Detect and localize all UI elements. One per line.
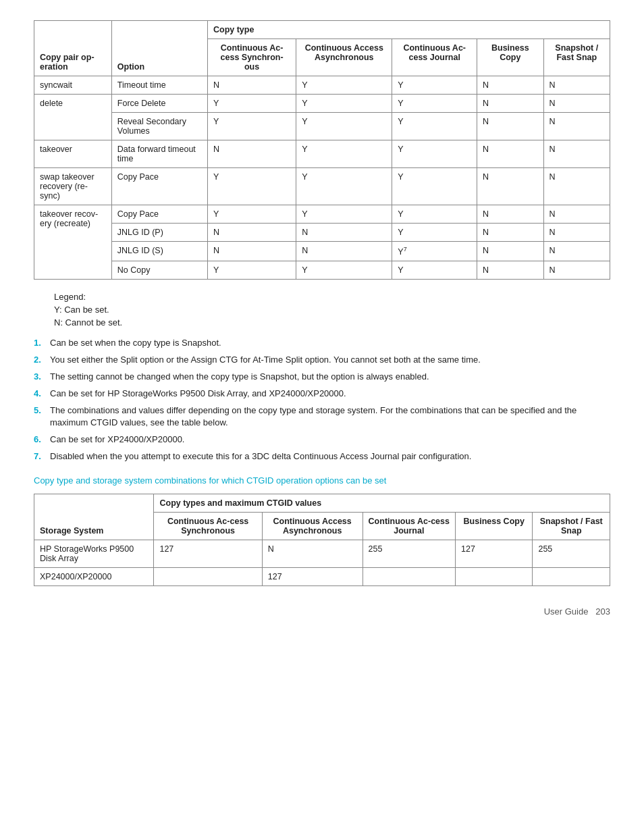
table-row: 255 [363, 540, 455, 567]
list-item: 5.The combinations and values differ dep… [34, 405, 610, 430]
list-item: 6.Can be set for XP24000/XP20000. [34, 434, 610, 446]
table-row: No Copy [111, 261, 207, 280]
table-row: N [477, 140, 543, 168]
table-row: JNLG ID (P) [111, 224, 207, 242]
page-footer: User Guide 203 [34, 606, 610, 617]
list-item: 7.Disabled when the you attempt to execu… [34, 450, 610, 463]
table-row: Y [392, 168, 477, 205]
table-row: Copy Pace [111, 168, 207, 205]
col4-header: Continuous Access Asynchronous [296, 39, 392, 76]
table-row: N [296, 242, 392, 261]
table-row: JNLG ID (S) [111, 242, 207, 261]
col7-header: Snapshot / Fast Snap [543, 39, 610, 76]
table-row: Y [392, 76, 477, 95]
table-row: N [543, 113, 610, 140]
table-row: HP StorageWorks P9500 Disk Array [34, 540, 154, 567]
table-row: Y7 [392, 242, 477, 261]
table-row: Copy Pace [111, 205, 207, 224]
table-row: N [207, 224, 296, 242]
footer-label: User Guide [544, 606, 589, 617]
section-heading: Copy type and storage system combination… [34, 475, 610, 486]
table-row: N [262, 540, 363, 567]
table-row: Y [207, 261, 296, 280]
table-row: N [543, 261, 610, 280]
table-row: Y [296, 140, 392, 168]
legend-title: Legend: [54, 292, 610, 302]
notes-list: 1.Can be set when the copy type is Snaps… [34, 337, 610, 463]
col-op-header: Copy pair op-eration [34, 21, 112, 76]
table-row: Y [296, 76, 392, 95]
table-row: N [543, 140, 610, 168]
table-row: Y [392, 140, 477, 168]
legend-n: N: Cannot be set. [54, 317, 610, 328]
copy-type-span-header: Copy type [207, 21, 610, 39]
table-row: N [543, 242, 610, 261]
table-row: swap takeover recovery (re-sync) [34, 168, 112, 205]
table-row: delete [34, 95, 112, 140]
table-row: Y [392, 95, 477, 113]
t2-span-header: Copy types and maximum CTGID values [154, 494, 610, 512]
table-row: N [477, 76, 543, 95]
table-row: N [477, 242, 543, 261]
table-row [533, 567, 610, 585]
table-row: N [207, 140, 296, 168]
table-row: N [477, 224, 543, 242]
table-row: Y [296, 205, 392, 224]
table-row: Y [296, 95, 392, 113]
table-row: N [207, 242, 296, 261]
table-row: 127 [154, 540, 262, 567]
table-row: Force Delete [111, 95, 207, 113]
table-row: N [477, 95, 543, 113]
table-row: syncwait [34, 76, 112, 95]
table-row: N [543, 205, 610, 224]
list-item: 3.The setting cannot be changed when the… [34, 371, 610, 384]
t2-col5-header: Business Copy [455, 512, 532, 540]
table-row: N [543, 95, 610, 113]
table-row [154, 567, 262, 585]
legend-section: Legend: Y: Can be set. N: Cannot be set. [54, 292, 610, 328]
t2-col2-header: Continuous Ac-cess Synchronous [154, 512, 262, 540]
table-row: Y [207, 113, 296, 140]
footer-page: 203 [595, 606, 610, 617]
table-row: Y [207, 168, 296, 205]
table-row: N [207, 76, 296, 95]
table-row: takeover [34, 140, 112, 168]
t2-col3-header: Continuous Access Asynchronous [262, 512, 363, 540]
table-row: Y [296, 261, 392, 280]
table-row: N [543, 76, 610, 95]
table-row: Timeout time [111, 76, 207, 95]
table-row: takeover recov-ery (recreate) [34, 205, 112, 280]
list-item: 2.You set either the Split option or the… [34, 354, 610, 367]
legend-y: Y: Can be set. [54, 305, 610, 315]
col-option-header: Option [111, 21, 207, 76]
table-row: 127 [455, 540, 532, 567]
table-row [455, 567, 532, 585]
table2: Storage System Copy types and maximum CT… [34, 494, 610, 586]
table-row [363, 567, 455, 585]
table-row: N [477, 168, 543, 205]
table-row: Y [392, 205, 477, 224]
table-row: Y [392, 224, 477, 242]
table-row: 127 [262, 567, 363, 585]
table-row: N [477, 261, 543, 280]
col6-header: Business Copy [477, 39, 543, 76]
table-row: Y [207, 95, 296, 113]
main-table: Copy pair op-eration Option Copy type Co… [34, 20, 610, 280]
table-row: N [296, 224, 392, 242]
col3-header: Continuous Ac-cess Synchron-ous [207, 39, 296, 76]
table-row: Y [207, 205, 296, 224]
table-row: 255 [533, 540, 610, 567]
table-row: N [543, 168, 610, 205]
table-row: N [543, 224, 610, 242]
table-row: Y [296, 168, 392, 205]
table-row: Y [296, 113, 392, 140]
table-row: Y [392, 261, 477, 280]
list-item: 1.Can be set when the copy type is Snaps… [34, 337, 610, 350]
t2-col1-header: Storage System [34, 494, 154, 540]
col5-header: Continuous Ac-cess Journal [392, 39, 477, 76]
t2-col4-header: Continuous Ac-cess Journal [363, 512, 455, 540]
table-row: XP24000/XP20000 [34, 567, 154, 585]
list-item: 4.Can be set for HP StorageWorks P9500 D… [34, 388, 610, 400]
t2-col6-header: Snapshot / Fast Snap [533, 512, 610, 540]
table-row: Reveal Secondary Volumes [111, 113, 207, 140]
